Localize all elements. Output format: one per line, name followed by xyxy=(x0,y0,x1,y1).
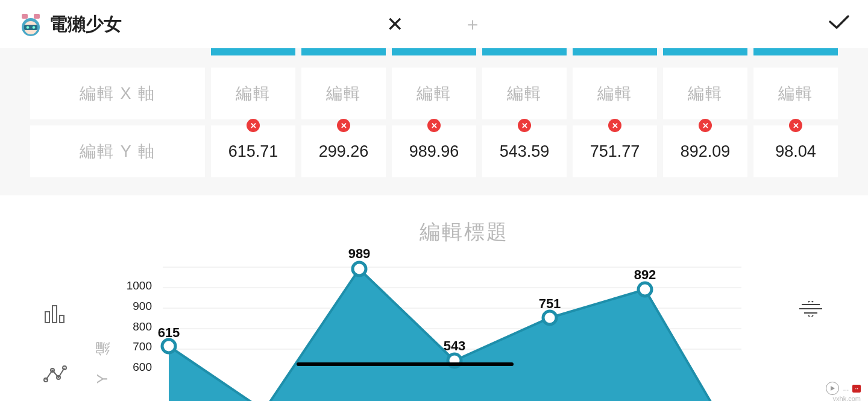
play-icon xyxy=(826,382,839,395)
delete-column-icon[interactable]: ✕ xyxy=(247,119,260,132)
delete-column-icon[interactable]: ✕ xyxy=(337,119,350,132)
brand-logo[interactable]: 電獺少女 xyxy=(18,11,122,37)
value-cell[interactable]: ✕ 98.04 xyxy=(753,125,838,177)
value-cell[interactable]: ✕ 615.71 xyxy=(211,125,295,177)
point-label: 892 xyxy=(634,267,656,283)
chart-plot[interactable]: 615 989 543 751 892 xyxy=(163,267,741,388)
delete-column-icon[interactable]: ✕ xyxy=(699,119,712,132)
value-cell[interactable]: ✕ 543.59 xyxy=(482,125,567,177)
chart-title-input[interactable]: 編輯標題 xyxy=(157,213,772,267)
column-header[interactable]: 編輯 xyxy=(392,68,476,119)
delete-column-icon[interactable]: ✕ xyxy=(789,119,802,132)
point-label: 751 xyxy=(539,296,561,312)
svg-point-19 xyxy=(162,339,175,353)
svg-point-5 xyxy=(27,26,29,28)
bar-chart-type-icon[interactable] xyxy=(42,301,67,329)
svg-rect-1 xyxy=(34,14,40,19)
y-axis-label[interactable]: Y 編 xyxy=(93,367,112,384)
column-header[interactable]: 編輯 xyxy=(211,68,295,119)
brand-mascot-icon xyxy=(18,11,43,37)
edit-y-axis-cell[interactable]: 編輯 Y 軸 xyxy=(30,125,205,177)
column-header[interactable]: 編輯 xyxy=(753,68,838,119)
delete-column-icon[interactable]: ✕ xyxy=(608,119,621,132)
legend-toggle-icon[interactable] xyxy=(799,301,822,319)
value-cell[interactable]: ✕ 299.26 xyxy=(301,125,386,177)
value-cell[interactable]: ✕ 751.77 xyxy=(573,125,657,177)
point-label: 989 xyxy=(348,246,371,262)
value-cell[interactable]: ✕ 989.96 xyxy=(392,125,476,177)
delete-column-icon[interactable]: ✕ xyxy=(427,119,441,132)
delete-column-icon[interactable]: ✕ xyxy=(518,119,531,132)
column-header[interactable]: 編輯 xyxy=(663,68,747,119)
confirm-icon[interactable] xyxy=(828,14,850,34)
chart-type-sidebar xyxy=(18,213,90,390)
column-header[interactable]: 編輯 xyxy=(301,68,386,119)
data-grid-section: 編輯 X 軸 編輯 Y 軸 編輯 ✕ 615.71 編輯 ✕ 299.26 編輯… xyxy=(0,48,868,195)
svg-rect-4 xyxy=(24,25,37,30)
line-chart-type-icon[interactable] xyxy=(42,362,67,390)
chart-section: Y 編 1000 900 800 700 600 編輯標題 xyxy=(0,195,868,390)
chart-tools-sidebar xyxy=(772,213,850,390)
value-cell[interactable]: ✕ 892.09 xyxy=(663,125,747,177)
svg-point-6 xyxy=(33,26,35,28)
column-header[interactable]: 編輯 xyxy=(573,68,657,119)
brand-name: 電獺少女 xyxy=(49,12,122,37)
column-header[interactable]: 編輯 xyxy=(482,68,567,119)
svg-point-20 xyxy=(353,262,366,276)
svg-point-22 xyxy=(543,311,556,324)
point-label: 615 xyxy=(158,325,180,341)
scrubber-handle[interactable] xyxy=(297,362,514,366)
svg-rect-7 xyxy=(45,312,49,323)
column-accent-bars xyxy=(211,48,838,55)
edit-x-axis-cell[interactable]: 編輯 X 軸 xyxy=(30,68,205,119)
svg-rect-9 xyxy=(60,315,64,323)
header: 電獺少女 ✕ ＋ xyxy=(0,0,868,48)
svg-rect-8 xyxy=(52,306,57,323)
add-icon[interactable]: ＋ xyxy=(464,12,482,37)
close-icon[interactable]: ✕ xyxy=(386,12,403,37)
point-label: 543 xyxy=(444,338,466,354)
svg-point-23 xyxy=(638,283,652,296)
svg-rect-0 xyxy=(22,14,28,19)
watermark: ... ·· yxhk.com xyxy=(826,382,861,395)
y-axis-ticks: 1000 900 800 700 600 xyxy=(115,213,157,390)
